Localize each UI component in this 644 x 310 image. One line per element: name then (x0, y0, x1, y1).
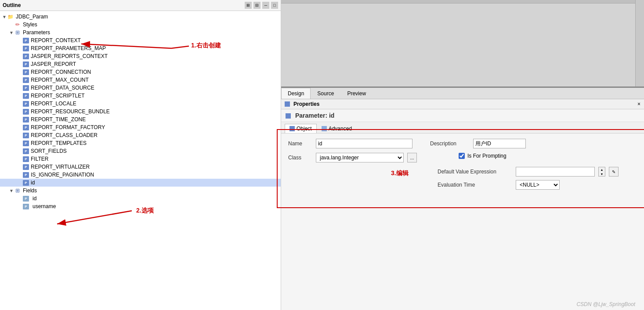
tree-item-id[interactable]: P id (0, 179, 281, 187)
tree-item-report_format_factory[interactable]: P REPORT_FORMAT_FACTORY (0, 123, 281, 131)
param-icon: P (23, 61, 29, 67)
eval-time-select[interactable]: <NULL>NowReportPageColumnGroupBandAuto (516, 180, 560, 190)
param-icon: P (23, 172, 29, 178)
outline-maximize[interactable]: □ (271, 2, 278, 9)
tree-item-is_ignore_pagination[interactable]: P IS_IGNORE_PAGINATION (0, 171, 281, 179)
tab-source[interactable]: Source (311, 88, 340, 99)
param-label: id (31, 180, 35, 186)
sub-tab-advanced[interactable]: Advanced (317, 124, 357, 133)
is-for-prompting-checkbox[interactable] (459, 153, 465, 159)
param-label: REPORT_DATA_SOURCE (31, 85, 94, 91)
param-label: REPORT_TIME_ZONE (31, 116, 86, 123)
expand-params[interactable]: ▼ (9, 30, 14, 35)
outline-tree: ▼ 📁 JDBC_Param ✏ Styles ▼ ⊞ Parameters P… (0, 11, 281, 310)
form-area: Name Description Class java.lang.Integer… (281, 133, 644, 195)
param-label: REPORT_CLASS_LOADER (31, 132, 98, 138)
tree-item-styles[interactable]: ✏ Styles (0, 21, 281, 29)
tree-item-report_parameters_map[interactable]: P REPORT_PARAMETERS_MAP (0, 44, 281, 52)
param-icon: P (23, 101, 29, 107)
eval-time-row: Evaluation Time <NULL>NowReportPageColum… (438, 180, 619, 190)
param-label: REPORT_CONTEXT (31, 37, 81, 43)
param-label: REPORT_FORMAT_FACTORY (31, 124, 105, 130)
tree-item-filter[interactable]: P FILTER (0, 155, 281, 163)
tree-item-field-id[interactable]: P id (0, 195, 281, 202)
param-icon: P (23, 117, 29, 123)
tree-item-report_class_loader[interactable]: P REPORT_CLASS_LOADER (0, 131, 281, 139)
tree-item-report_virtualizer[interactable]: P REPORT_VIRTUALIZER (0, 163, 281, 171)
tree-item-jasper_reports_context[interactable]: P JASPER_REPORTS_CONTEXT (0, 52, 281, 60)
param-icon: P (23, 85, 29, 91)
name-label: Name (288, 141, 312, 147)
desc-input[interactable] (473, 139, 526, 148)
tree-item-sort_fields[interactable]: P SORT_FIELDS (0, 147, 281, 155)
properties-close[interactable]: × (637, 101, 640, 107)
tree-item-root[interactable]: ▼ 📁 JDBC_Param (0, 13, 281, 21)
properties-header: Properties × (281, 99, 644, 109)
tree-item-report_scriptlet[interactable]: P REPORT_SCRIPTLET (0, 92, 281, 100)
design-canvas-top (281, 0, 644, 88)
tree-item-report_context[interactable]: P REPORT_CONTEXT (0, 36, 281, 44)
jdbc-param-icon: 📁 (7, 14, 14, 20)
param-label: REPORT_SCRIPTLET (31, 93, 84, 99)
tree-item-parameters[interactable]: ▼ ⊞ Parameters (0, 29, 281, 36)
outline-icon-1[interactable]: ⊞ (245, 2, 252, 9)
annotation-3-text: 3.编辑 (391, 169, 409, 177)
expand-root[interactable]: ▼ (2, 14, 7, 19)
fields-folder-icon: ⊞ (14, 187, 21, 194)
tree-item-report_locale[interactable]: P REPORT_LOCALE (0, 100, 281, 108)
param-icon: P (23, 156, 29, 162)
class-select[interactable]: java.lang.Integerjava.lang.Stringjava.la… (316, 153, 404, 162)
sub-tab-object[interactable]: Object (285, 124, 317, 133)
properties-title: Properties (293, 101, 636, 107)
tree-item-report_data_source[interactable]: P REPORT_DATA_SOURCE (0, 84, 281, 92)
tree-item-fields[interactable]: ▼ ⊞ Fields (0, 187, 281, 195)
param-icon: P (23, 180, 29, 186)
tree-item-report_templates[interactable]: P REPORT_TEMPLATES (0, 139, 281, 147)
param-label: REPORT_VIRTUALIZER (31, 164, 90, 170)
outline-minimize[interactable]: ─ (262, 2, 269, 9)
right-default-eval: Default Value Expression ▲ ▼ ✎ Evaluatio… (438, 167, 619, 190)
fields-label: Fields (23, 187, 37, 194)
right-checkboxes: Is For Prompting (434, 153, 507, 162)
styles-icon: ✏ (14, 22, 21, 28)
param-label: JASPER_REPORTS_CONTEXT (31, 53, 108, 59)
edit-expression-button[interactable]: ✎ (609, 167, 619, 177)
param-icon: P (23, 69, 29, 75)
tree-item-report_connection[interactable]: P REPORT_CONNECTION (0, 68, 281, 76)
param-icon: P (23, 125, 29, 130)
desc-label: Description (430, 141, 470, 147)
param-icon: P (23, 46, 29, 51)
spin-buttons: ▲ ▼ (598, 167, 605, 177)
expand-fields[interactable]: ▼ (9, 188, 14, 193)
tree-item-report_resource_bundle[interactable]: P REPORT_RESOURCE_BUNDLE (0, 108, 281, 115)
param-icon: P (23, 148, 29, 154)
param-label: REPORT_RESOURCE_BUNDLE (31, 108, 110, 115)
param-label: REPORT_PARAMETERS_MAP (31, 45, 106, 51)
param-icon: P (23, 54, 29, 59)
param-list: P REPORT_CONTEXT P REPORT_PARAMETERS_MAP… (0, 36, 281, 187)
sub-tab-bar: Object Advanced (281, 122, 644, 133)
form-row-class-prompt: Class java.lang.Integerjava.lang.Stringj… (288, 153, 637, 162)
param-label: FILTER (31, 156, 48, 162)
class-dots-button[interactable]: ... (407, 153, 417, 162)
tree-item-jasper_report[interactable]: P JASPER_REPORT (0, 60, 281, 68)
parameter-title: Parameter: id (281, 109, 644, 122)
param-icon: P (23, 93, 29, 99)
param-icon: P (23, 133, 29, 138)
default-val-input[interactable] (516, 167, 595, 177)
tab-preview[interactable]: Preview (340, 88, 373, 99)
outline-icon-2[interactable]: ⊟ (253, 2, 260, 9)
tree-item-report_max_count[interactable]: P REPORT_MAX_COUNT (0, 76, 281, 84)
name-row: Name (288, 139, 412, 148)
tab-design[interactable]: Design (281, 88, 311, 99)
watermark: CSDN @Ljw_SpringBoot (576, 301, 635, 307)
tree-item-report_time_zone[interactable]: P REPORT_TIME_ZONE (0, 115, 281, 123)
spin-up-button[interactable]: ▲ (599, 167, 605, 172)
name-input[interactable] (316, 139, 412, 148)
param-title-text: Parameter: id (295, 112, 334, 119)
tree-item-field-username[interactable]: P username (0, 202, 281, 210)
outline-panel: Outline ⊞ ⊟ ─ □ ▼ 📁 JDBC_Param ✏ Styles … (0, 0, 281, 310)
spin-down-button[interactable]: ▼ (599, 172, 605, 176)
param-label: REPORT_TEMPLATES (31, 140, 87, 146)
sub-tab-object-icon (289, 126, 295, 131)
